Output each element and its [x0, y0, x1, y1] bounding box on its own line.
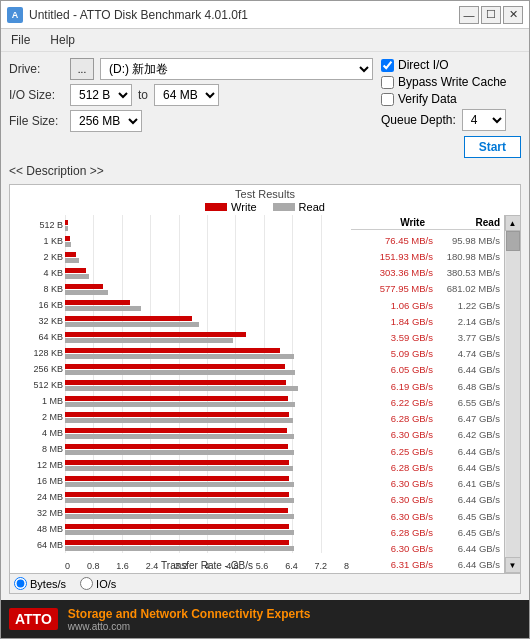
data-table-row: 6.31 GB/s6.44 GB/s — [351, 557, 500, 573]
bar-row-label: 64 KB — [11, 332, 63, 342]
data-read-cell: 1.22 GB/s — [435, 300, 500, 311]
read-bar — [65, 546, 294, 551]
queue-depth-label: Queue Depth: — [381, 113, 456, 127]
chart-legend: Write Read — [10, 201, 520, 213]
write-color — [205, 203, 227, 211]
read-bar — [65, 242, 71, 247]
scroll-thumb-area[interactable] — [506, 231, 520, 557]
menu-bar: File Help — [1, 29, 529, 52]
bytes-radio-label[interactable]: Bytes/s — [14, 577, 66, 590]
bar-row-label: 32 KB — [11, 316, 63, 326]
write-bar — [65, 284, 103, 289]
direct-io-label: Direct I/O — [398, 58, 449, 72]
data-write-cell: 6.25 GB/s — [368, 446, 433, 457]
data-write-cell: 76.45 MB/s — [368, 235, 433, 246]
description-bar: << Description >> — [9, 164, 521, 178]
ios-radio[interactable] — [80, 577, 93, 590]
bar-row: 16 KB — [65, 297, 349, 313]
data-write-cell: 151.93 MB/s — [368, 251, 433, 262]
direct-io-checkbox[interactable] — [381, 59, 394, 72]
drive-select[interactable]: (D:) 新加卷 — [100, 58, 373, 80]
title-bar: A Untitled - ATTO Disk Benchmark 4.01.0f… — [1, 1, 529, 29]
ios-radio-label[interactable]: IO/s — [80, 577, 116, 590]
bar-row-label: 2 MB — [11, 412, 63, 422]
bar-row-label: 8 KB — [11, 284, 63, 294]
data-read-cell: 6.47 GB/s — [435, 413, 500, 424]
browse-button[interactable]: ... — [70, 58, 94, 80]
bar-row: 256 KB — [65, 361, 349, 377]
bytes-radio[interactable] — [14, 577, 27, 590]
description-button[interactable]: << Description >> — [9, 164, 104, 178]
close-button[interactable]: ✕ — [503, 6, 523, 24]
bypass-write-checkbox[interactable] — [381, 76, 394, 89]
menu-file[interactable]: File — [5, 31, 36, 49]
data-write-cell: 6.28 GB/s — [368, 413, 433, 424]
data-table-row: 577.95 MB/s681.02 MB/s — [351, 281, 500, 297]
io-size-to-select[interactable]: 64 MB — [154, 84, 219, 106]
write-bar — [65, 412, 289, 417]
write-bar — [65, 236, 70, 241]
bar-row: 512 B — [65, 217, 349, 233]
bars-wrap — [65, 460, 349, 471]
footer-bar: ATTO Storage and Network Connectivity Ex… — [1, 600, 529, 638]
queue-depth-select[interactable]: 4 — [462, 109, 506, 131]
scroll-thumb[interactable] — [506, 231, 520, 251]
data-read-cell: 6.48 GB/s — [435, 381, 500, 392]
data-write-cell: 6.19 GB/s — [368, 381, 433, 392]
data-read-cell: 681.02 MB/s — [435, 283, 500, 294]
bar-row: 24 MB — [65, 489, 349, 505]
read-bar — [65, 306, 141, 311]
write-bar — [65, 540, 289, 545]
data-write-cell: 6.28 GB/s — [368, 527, 433, 538]
bar-row-label: 32 MB — [11, 508, 63, 518]
menu-help[interactable]: Help — [44, 31, 81, 49]
io-size-from-select[interactable]: 512 B — [70, 84, 132, 106]
minimize-button[interactable]: — — [459, 6, 479, 24]
bar-row: 32 MB — [65, 505, 349, 521]
bar-row-label: 48 MB — [11, 524, 63, 534]
data-read-cell: 2.14 GB/s — [435, 316, 500, 327]
legend-write: Write — [205, 201, 256, 213]
bar-row: 64 KB — [65, 329, 349, 345]
read-bar — [65, 226, 68, 231]
scroll-down-arrow[interactable]: ▼ — [505, 557, 521, 573]
bar-row: 1 MB — [65, 393, 349, 409]
data-read-cell: 6.44 GB/s — [435, 494, 500, 505]
chart-title: Test Results — [10, 185, 520, 201]
bar-row: 32 KB — [65, 313, 349, 329]
read-bar — [65, 498, 294, 503]
file-size-select[interactable]: 256 MB — [70, 110, 142, 132]
verify-data-row: Verify Data — [381, 92, 457, 106]
bar-row: 8 MB — [65, 441, 349, 457]
bars-wrap — [65, 412, 349, 423]
restore-button[interactable]: ☐ — [481, 6, 501, 24]
bars-wrap — [65, 396, 349, 407]
verify-data-checkbox[interactable] — [381, 93, 394, 106]
read-bar — [65, 338, 233, 343]
bars-wrap — [65, 300, 349, 311]
write-bar — [65, 220, 68, 225]
data-read-cell: 180.98 MB/s — [435, 251, 500, 262]
scrollbar[interactable]: ▲ ▼ — [504, 215, 520, 573]
scroll-up-arrow[interactable]: ▲ — [505, 215, 521, 231]
window-controls: — ☐ ✕ — [459, 6, 523, 24]
start-button[interactable]: Start — [464, 136, 521, 158]
data-write-cell: 6.05 GB/s — [368, 364, 433, 375]
data-table-row: 6.22 GB/s6.55 GB/s — [351, 394, 500, 410]
file-size-row: File Size: 256 MB — [9, 110, 373, 132]
bar-row: 48 MB — [65, 521, 349, 537]
radio-row: Bytes/s IO/s — [10, 573, 520, 593]
bar-row-label: 1 KB — [11, 236, 63, 246]
data-write-cell: 6.22 GB/s — [368, 397, 433, 408]
bars-wrap — [65, 524, 349, 535]
legend-read: Read — [273, 201, 325, 213]
bar-row-label: 4 KB — [11, 268, 63, 278]
bars-wrap — [65, 316, 349, 327]
legend-write-label: Write — [231, 201, 256, 213]
read-bar — [65, 354, 294, 359]
data-table-row: 6.30 GB/s6.41 GB/s — [351, 476, 500, 492]
data-read-cell: 4.74 GB/s — [435, 348, 500, 359]
write-bar — [65, 252, 76, 257]
bar-row-label: 512 B — [11, 220, 63, 230]
data-table-row: 6.30 GB/s6.44 GB/s — [351, 540, 500, 556]
